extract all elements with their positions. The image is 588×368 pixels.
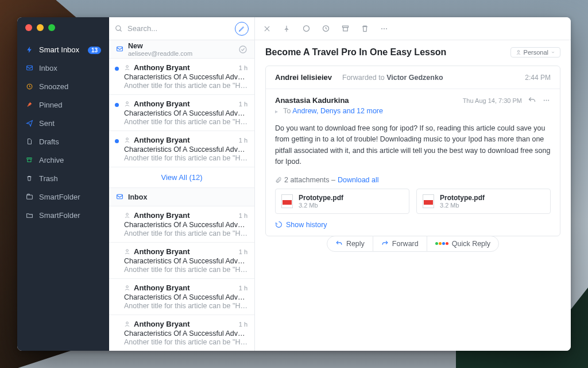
reply-icon[interactable] — [528, 96, 536, 105]
compose-button[interactable] — [235, 22, 249, 36]
message-subject: Characteristics Of A Successful Adver... — [124, 257, 247, 265]
svg-point-14 — [126, 250, 129, 252]
close-window[interactable] — [25, 24, 32, 31]
message-sender: Anthony Bryant — [134, 320, 190, 328]
svg-rect-0 — [26, 66, 32, 70]
person-icon — [124, 64, 130, 71]
chevron-down-icon — [551, 50, 555, 55]
sidebar-item-snoozed[interactable]: Snoozed — [17, 77, 109, 95]
message-preview: Another title for this article can be "H… — [124, 82, 247, 90]
forwarded-info: Forwarded to Victor Gedzenko — [342, 74, 443, 82]
snooze-icon[interactable] — [320, 24, 331, 34]
badge: 13 — [88, 47, 101, 54]
svg-point-8 — [239, 46, 246, 53]
archive-icon[interactable] — [340, 24, 350, 34]
message-row[interactable]: Anthony Bryant1 hCharacteristics Of A Su… — [109, 206, 254, 243]
sidebar: Smart Inbox13InboxSnoozedPinnedSentDraft… — [17, 17, 109, 351]
person-icon — [124, 248, 130, 255]
recipients-row[interactable]: ▸ To Andrew, Denys and 12 more — [275, 107, 551, 115]
svg-point-30 — [548, 100, 549, 101]
sidebar-item-label: Snoozed — [39, 82, 101, 91]
message-row[interactable]: Anthony Bryant1 hCharacteristics Of A Su… — [109, 279, 254, 315]
pin-icon — [25, 101, 33, 108]
reader-toolbar — [255, 17, 571, 40]
mark-unread-icon[interactable] — [301, 24, 311, 34]
pdf-icon — [423, 194, 434, 208]
attachment[interactable]: Prototype.pdf3.2 Mb — [275, 189, 409, 214]
recipients-link[interactable]: Andrew, Denys and 12 more — [292, 107, 383, 115]
message-sender: Anthony Bryant — [134, 247, 190, 256]
thread-time: 2:44 PM — [525, 74, 551, 82]
sidebar-item-label: Pinned — [39, 101, 101, 109]
trash-icon[interactable] — [359, 24, 370, 34]
sidebar-item-inbox[interactable]: Inbox — [17, 59, 109, 77]
message-subject: Characteristics Of A Successful Adver... — [124, 329, 247, 338]
section-header-inbox[interactable]: Inbox — [109, 188, 254, 206]
message-row[interactable]: Anthony Bryant1 hCharacteristics Of A Su… — [109, 95, 254, 131]
pdf-icon — [281, 194, 293, 208]
message-row[interactable]: Anthony Bryant1 hCharacteristics Of A Su… — [109, 243, 254, 279]
folder-icon — [25, 212, 33, 219]
quick-reply-button[interactable]: Quick Reply — [427, 236, 499, 252]
sidebar-item-trash[interactable]: Trash — [17, 169, 109, 187]
sidebar-item-smart-inbox[interactable]: Smart Inbox13 — [17, 40, 109, 59]
section-header-new[interactable]: New aeliseev@readdle.com — [109, 40, 254, 59]
tray-icon — [116, 193, 123, 201]
svg-rect-23 — [343, 28, 347, 31]
send-icon — [25, 120, 33, 127]
more-icon[interactable] — [379, 24, 389, 34]
search-icon — [115, 25, 123, 33]
sidebar-item-smartfolder[interactable]: SmartFolder — [17, 187, 109, 206]
show-history-link[interactable]: Show history — [275, 221, 551, 229]
person-icon — [124, 137, 130, 143]
sidebar-item-smartfolder[interactable]: SmartFolder — [17, 206, 109, 224]
svg-point-10 — [126, 102, 129, 104]
person-icon — [124, 212, 130, 218]
svg-point-28 — [544, 100, 545, 101]
svg-point-27 — [517, 51, 519, 52]
sidebar-item-drafts[interactable]: Drafts — [17, 132, 109, 151]
message-sender: Anthony Bryant — [134, 283, 190, 292]
attachment-name: Prototype.pdf — [299, 194, 343, 202]
message-row[interactable]: Anthony Bryant1 hCharacteristics Of A Su… — [109, 59, 254, 95]
message-time: 1 h — [239, 285, 247, 292]
sidebar-item-archive[interactable]: Archive — [17, 151, 109, 169]
message-time: 1 h — [239, 64, 247, 71]
sidebar-item-pinned[interactable]: Pinned — [17, 95, 109, 114]
sidebar-item-label: SmartFolder — [39, 193, 101, 201]
minimize-window[interactable] — [37, 24, 44, 31]
pin-icon[interactable] — [281, 24, 292, 34]
sidebar-item-label: Drafts — [39, 137, 101, 146]
label-selector[interactable]: Personal — [510, 47, 560, 57]
tray-icon — [116, 45, 123, 53]
search-input[interactable] — [127, 24, 230, 33]
message-preview: Another title for this article can be "H… — [124, 229, 247, 237]
reply-button[interactable]: Reply — [327, 236, 373, 252]
person-icon — [124, 285, 130, 291]
unread-dot-icon — [115, 67, 119, 71]
sidebar-item-sent[interactable]: Sent — [17, 114, 109, 132]
attachment[interactable]: Prototype.pdf3.2 Mb — [416, 189, 551, 214]
message-row[interactable]: Anthony Bryant1 hCharacteristics Of A Su… — [109, 315, 254, 351]
person-icon — [124, 101, 130, 107]
message-sender: Anthony Bryant — [134, 211, 190, 220]
message-subject: Characteristics Of A Successful Adver... — [124, 145, 247, 154]
attachments-summary: 2 attachments – Download all — [275, 176, 551, 184]
close-icon[interactable] — [262, 24, 272, 34]
forward-button[interactable]: Forward — [373, 236, 427, 252]
search-bar — [109, 17, 254, 40]
unread-dot-icon — [115, 103, 119, 107]
message-row[interactable]: Anthony Bryant1 hCharacteristics Of A Su… — [109, 131, 254, 167]
thread-header[interactable]: Andrei Ielisieiev Forwarded to Victor Ge… — [266, 66, 560, 89]
svg-point-16 — [126, 322, 129, 324]
maximize-window[interactable] — [48, 24, 55, 31]
view-all-link[interactable]: View All (12) — [109, 167, 254, 188]
section-title: Inbox — [128, 193, 147, 201]
download-all-link[interactable]: Download all — [338, 176, 379, 184]
message-more-icon[interactable] — [542, 96, 551, 105]
paperclip-icon — [275, 177, 282, 183]
mark-done-icon[interactable] — [238, 45, 247, 54]
label-text: Personal — [524, 49, 548, 56]
mail-window: Smart Inbox13InboxSnoozedPinnedSentDraft… — [17, 17, 571, 351]
attachment-size: 3.2 Mb — [299, 202, 343, 209]
